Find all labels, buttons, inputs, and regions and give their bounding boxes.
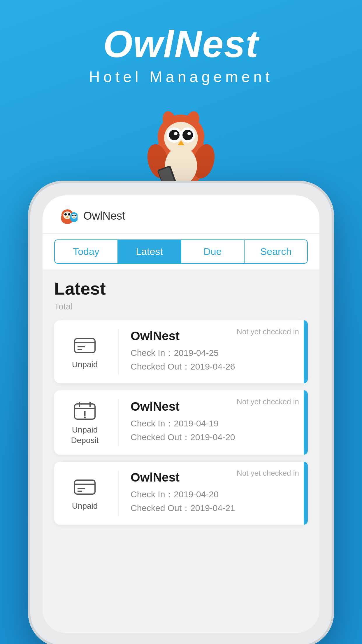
card-icon-area: Unpaid <box>63 334 107 370</box>
tab-latest[interactable]: Latest <box>118 239 181 264</box>
check-out: Checked Out：2019-04-20 <box>131 431 276 443</box>
svg-point-29 <box>68 213 70 216</box>
phone-mockup: OwlNest Today Latest Due Search Latest T… <box>28 181 334 644</box>
tab-search[interactable]: Search <box>245 239 308 264</box>
card-divider <box>118 470 119 516</box>
status-badge: Not yet checked in <box>237 469 299 478</box>
status-badge: Not yet checked in <box>237 397 299 406</box>
app-title: OwlNest <box>0 23 362 65</box>
svg-point-27 <box>64 213 67 216</box>
credit-card-icon-2 <box>73 477 96 497</box>
check-in: Check In：2019-04-20 <box>131 489 276 501</box>
owl-mascot <box>140 91 222 190</box>
svg-rect-49 <box>75 480 95 494</box>
svg-point-10 <box>187 132 191 135</box>
booking-card[interactable]: Not yet checked in <box>54 390 308 455</box>
calendar-exclaim-icon <box>73 400 96 421</box>
check-out: Checked Out：2019-04-21 <box>131 502 276 514</box>
check-out: Checked Out：2019-04-26 <box>131 361 276 373</box>
top-bar: OwlNest <box>43 195 319 234</box>
tab-today[interactable]: Today <box>54 239 118 264</box>
card-icon-area: Unpaid Deposit <box>63 399 107 446</box>
icon-label: Unpaid <box>72 359 98 370</box>
app-logo <box>57 207 78 225</box>
booking-card[interactable]: Not yet checked in Unpaid <box>54 320 308 383</box>
phone-body: OwlNest Today Latest Due Search Latest T… <box>28 181 334 644</box>
status-badge: Not yet checked in <box>237 327 299 336</box>
app-name: OwlNest <box>83 210 125 222</box>
unpaid-icon <box>72 334 98 357</box>
phone-screen: OwlNest Today Latest Due Search Latest T… <box>43 195 319 633</box>
unpaid-deposit-icon <box>72 399 98 422</box>
icon-label: Unpaid <box>72 501 98 511</box>
svg-point-6 <box>169 130 180 140</box>
card-status-bar <box>304 320 308 383</box>
section-title: Latest <box>54 279 308 299</box>
icon-label: Unpaid Deposit <box>71 425 99 446</box>
booking-card[interactable]: Not yet checked in Unpaid <box>54 462 308 525</box>
tab-bar: Today Latest Due Search <box>43 234 319 270</box>
app-subtitle: Hotel Management <box>0 68 362 85</box>
svg-point-7 <box>174 132 178 135</box>
card-icon-area: Unpaid <box>63 475 107 511</box>
mascot-container <box>0 91 362 196</box>
content-area: Latest Total Not yet checked in <box>43 270 319 633</box>
header: OwlNest Hotel Management <box>0 0 362 85</box>
svg-rect-39 <box>75 339 95 353</box>
svg-point-48 <box>84 416 86 418</box>
tab-due[interactable]: Due <box>181 239 245 264</box>
check-in: Check In：2019-04-19 <box>131 418 276 430</box>
card-divider <box>118 329 119 374</box>
card-status-bar <box>304 390 308 455</box>
unpaid-icon <box>72 475 98 498</box>
card-status-bar <box>304 462 308 525</box>
svg-point-37 <box>75 215 76 216</box>
app-ui: OwlNest Today Latest Due Search Latest T… <box>43 195 319 633</box>
svg-point-9 <box>182 130 193 140</box>
check-in: Check In：2019-04-25 <box>131 347 276 359</box>
card-info: OwlNest Check In：2019-04-19 Checked Out：… <box>131 400 299 445</box>
svg-point-35 <box>72 215 74 216</box>
credit-card-icon <box>73 335 96 356</box>
section-subtitle: Total <box>54 302 308 312</box>
card-divider <box>118 399 119 446</box>
